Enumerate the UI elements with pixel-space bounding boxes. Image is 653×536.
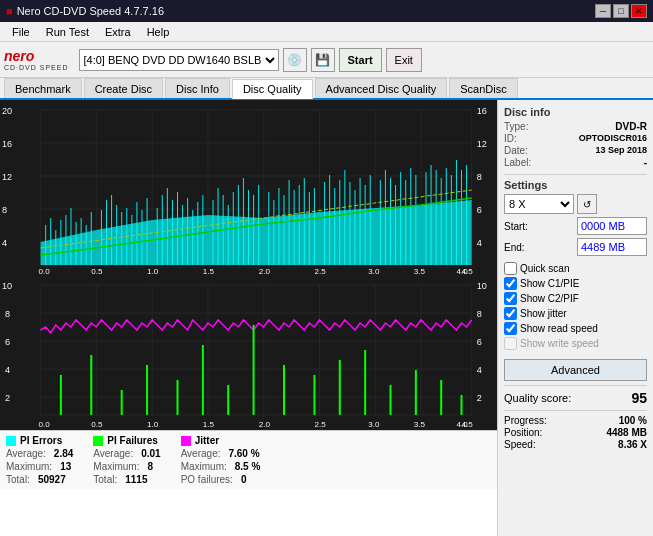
jitter-label: Jitter: [195, 435, 219, 446]
tab-scandisc[interactable]: ScanDisc: [449, 78, 517, 98]
tab-advanced-disc-quality[interactable]: Advanced Disc Quality: [315, 78, 448, 98]
end-input[interactable]: [577, 238, 647, 256]
show-jitter-checkbox[interactable]: [504, 307, 517, 320]
disc-info-title: Disc info: [504, 106, 647, 118]
refresh-button[interactable]: ↺: [577, 194, 597, 214]
nero-logo: nero CD·DVD SPEED: [4, 48, 69, 71]
show-c1-pie-checkbox[interactable]: [504, 277, 517, 290]
jitter-header: Jitter: [181, 435, 261, 446]
disc-info-section: Disc info Type: DVD-R ID: OPTODISCR016 D…: [504, 106, 647, 168]
pi-failures-max: Maximum: 8: [93, 461, 160, 472]
exit-button[interactable]: Exit: [386, 48, 422, 72]
svg-text:8: 8: [5, 309, 10, 319]
pi-failures-header: PI Failures: [93, 435, 160, 446]
svg-text:4: 4: [2, 238, 7, 248]
svg-text:2: 2: [5, 393, 10, 403]
svg-text:1.5: 1.5: [203, 420, 215, 429]
pi-errors-header: PI Errors: [6, 435, 73, 446]
advanced-button[interactable]: Advanced: [504, 359, 647, 381]
svg-text:4.5: 4.5: [462, 267, 474, 275]
tab-benchmark[interactable]: Benchmark: [4, 78, 82, 98]
svg-text:12: 12: [2, 172, 12, 182]
jitter-legend-dot: [181, 436, 191, 446]
quick-scan-row: Quick scan: [504, 262, 647, 275]
progress-row: Progress: 100 %: [504, 415, 647, 426]
right-panel: Disc info Type: DVD-R ID: OPTODISCR016 D…: [498, 100, 653, 536]
menu-bar: File Run Test Extra Help: [0, 22, 653, 42]
svg-text:6: 6: [477, 205, 482, 215]
top-chart: 20 16 12 8 4 16 12 8 6 4 0.0 0.5 1.0 1.5…: [0, 100, 497, 275]
end-row: End:: [504, 238, 647, 256]
svg-text:1.0: 1.0: [147, 267, 159, 275]
tab-disc-info[interactable]: Disc Info: [165, 78, 230, 98]
quick-scan-checkbox[interactable]: [504, 262, 517, 275]
menu-file[interactable]: File: [4, 24, 38, 40]
svg-text:3.0: 3.0: [368, 267, 380, 275]
divider-1: [504, 174, 647, 175]
show-read-speed-checkbox[interactable]: [504, 322, 517, 335]
disc-date-row: Date: 13 Sep 2018: [504, 145, 647, 156]
svg-text:6: 6: [5, 337, 10, 347]
svg-text:1.5: 1.5: [203, 267, 215, 275]
save-button[interactable]: 💾: [311, 48, 335, 72]
show-c2-pif-row: Show C2/PIF: [504, 292, 647, 305]
jitter-group: Jitter Average: 7.60 % Maximum: 8.5 % PO…: [181, 435, 261, 485]
svg-text:2.5: 2.5: [314, 267, 326, 275]
maximize-button[interactable]: □: [613, 4, 629, 18]
menu-run-test[interactable]: Run Test: [38, 24, 97, 40]
show-c2-pif-checkbox[interactable]: [504, 292, 517, 305]
svg-text:8: 8: [477, 309, 482, 319]
drive-select[interactable]: [4:0] BENQ DVD DD DW1640 BSLB: [79, 49, 279, 71]
pi-errors-max: Maximum: 13: [6, 461, 73, 472]
cd-dvd-speed-text: CD·DVD SPEED: [4, 64, 69, 71]
disc-eject-button[interactable]: 💿: [283, 48, 307, 72]
menu-help[interactable]: Help: [139, 24, 178, 40]
svg-text:4: 4: [477, 238, 482, 248]
svg-text:16: 16: [477, 106, 487, 116]
app-title: Nero CD-DVD Speed 4.7.7.16: [17, 5, 164, 17]
svg-text:2.5: 2.5: [314, 420, 326, 429]
pi-errors-avg: Average: 2.84: [6, 448, 73, 459]
disc-label-row: Label: -: [504, 157, 647, 168]
pi-errors-group: PI Errors Average: 2.84 Maximum: 13 Tota…: [6, 435, 73, 485]
pi-failures-label: PI Failures: [107, 435, 158, 446]
svg-text:16: 16: [2, 139, 12, 149]
svg-text:2: 2: [477, 393, 482, 403]
svg-text:4: 4: [5, 365, 10, 375]
toolbar: nero CD·DVD SPEED [4:0] BENQ DVD DD DW16…: [0, 42, 653, 78]
close-button[interactable]: ✕: [631, 4, 647, 18]
bottom-chart: 10 8 6 4 2 10 8 6 4 2 0.0 0.5 1.0 1.5 2.…: [0, 275, 497, 430]
speed-display-row: Speed: 8.36 X: [504, 439, 647, 450]
bottom-chart-svg: 10 8 6 4 2 10 8 6 4 2 0.0 0.5 1.0 1.5 2.…: [0, 275, 497, 430]
svg-text:1.0: 1.0: [147, 420, 159, 429]
main-content: 20 16 12 8 4 16 12 8 6 4 0.0 0.5 1.0 1.5…: [0, 100, 653, 536]
start-input[interactable]: [577, 217, 647, 235]
stats-area: PI Errors Average: 2.84 Maximum: 13 Tota…: [0, 430, 497, 489]
start-row: Start:: [504, 217, 647, 235]
svg-text:10: 10: [477, 281, 487, 291]
app-icon: ■: [6, 5, 13, 17]
svg-text:2.0: 2.0: [259, 420, 271, 429]
po-failures: PO failures: 0: [181, 474, 261, 485]
top-chart-svg: 20 16 12 8 4 16 12 8 6 4 0.0 0.5 1.0 1.5…: [0, 100, 497, 275]
show-jitter-row: Show jitter: [504, 307, 647, 320]
menu-extra[interactable]: Extra: [97, 24, 139, 40]
pi-failures-group: PI Failures Average: 0.01 Maximum: 8 Tot…: [93, 435, 160, 485]
quality-score-value: 95: [631, 390, 647, 406]
pi-errors-label: PI Errors: [20, 435, 62, 446]
svg-text:4.5: 4.5: [462, 420, 474, 429]
show-write-speed-row: Show write speed: [504, 337, 647, 350]
pi-failures-total: Total: 1115: [93, 474, 160, 485]
title-bar-controls[interactable]: ─ □ ✕: [595, 4, 647, 18]
jitter-max: Maximum: 8.5 %: [181, 461, 261, 472]
minimize-button[interactable]: ─: [595, 4, 611, 18]
quality-score-label: Quality score:: [504, 392, 571, 404]
svg-text:3.0: 3.0: [368, 420, 380, 429]
start-button[interactable]: Start: [339, 48, 382, 72]
speed-select[interactable]: 8 X: [504, 194, 574, 214]
speed-row: 8 X ↺: [504, 194, 647, 214]
jitter-avg: Average: 7.60 %: [181, 448, 261, 459]
tab-disc-quality[interactable]: Disc Quality: [232, 79, 313, 99]
show-read-speed-row: Show read speed: [504, 322, 647, 335]
tab-create-disc[interactable]: Create Disc: [84, 78, 163, 98]
